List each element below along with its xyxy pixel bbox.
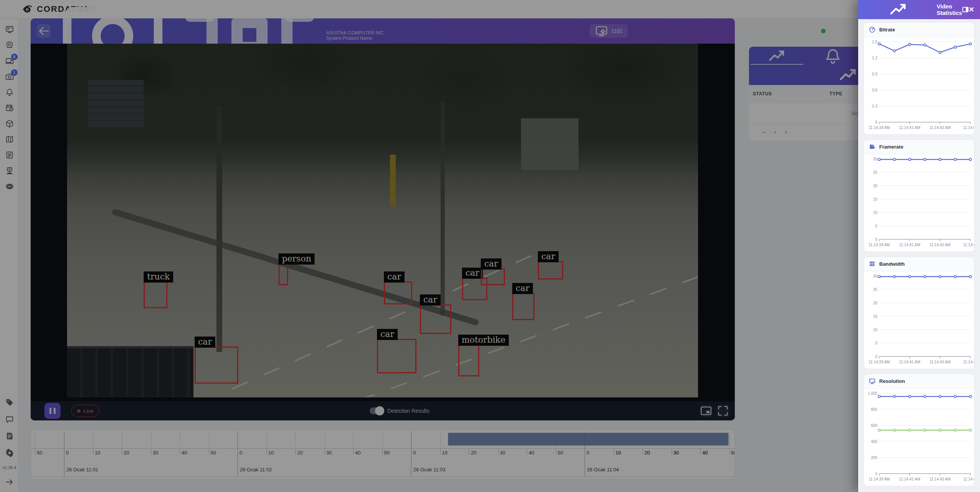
svg-text:10: 10 bbox=[873, 328, 878, 332]
svg-text:11:14:39 AM: 11:14:39 AM bbox=[869, 360, 890, 364]
svg-text:0: 0 bbox=[875, 120, 877, 124]
chart-card-header: Bandwidth bbox=[864, 257, 974, 271]
svg-text:600: 600 bbox=[871, 423, 877, 428]
server-icon bbox=[869, 260, 876, 268]
svg-text:5: 5 bbox=[875, 224, 877, 228]
svg-text:11:14:41 AM: 11:14:41 AM bbox=[899, 126, 920, 130]
trend-icon bbox=[864, 0, 933, 19]
svg-text:11:14:43 AM: 11:14:43 AM bbox=[929, 360, 951, 364]
svg-text:30: 30 bbox=[873, 274, 878, 278]
svg-text:11:14:41 AM: 11:14:41 AM bbox=[899, 360, 920, 364]
chart-plot-resolution: 1,000800600400200011:14:39 AM11:14:41 AM… bbox=[864, 389, 974, 486]
svg-text:11:14:43 AM: 11:14:43 AM bbox=[929, 126, 951, 130]
video-statistics-drawer: Video Statistics ✕ Bitrate1.51.20.90.60.… bbox=[858, 0, 980, 492]
svg-text:400: 400 bbox=[871, 440, 877, 444]
close-drawer-button[interactable]: ✕ bbox=[969, 5, 975, 15]
chart-title: Resolution bbox=[879, 378, 905, 384]
svg-text:15: 15 bbox=[873, 197, 878, 201]
collapse-panel-button[interactable] bbox=[962, 5, 968, 15]
svg-text:11:14:39 AM: 11:14:39 AM bbox=[869, 126, 890, 130]
svg-text:0.6: 0.6 bbox=[872, 88, 877, 92]
chart-title: Bandwidth bbox=[879, 261, 905, 267]
svg-text:25: 25 bbox=[873, 170, 878, 175]
panel-icon bbox=[962, 7, 969, 12]
svg-text:0: 0 bbox=[875, 355, 877, 359]
svg-text:11:14:45: 11:14:45 bbox=[963, 243, 974, 247]
close-icon: ✕ bbox=[969, 6, 974, 13]
chart-card-bandwidth: Bandwidth30252015105011:14:39 AM11:14:41… bbox=[864, 257, 975, 369]
chart-title: Framerate bbox=[879, 144, 903, 150]
chart-card-framerate: Framerate30252015105011:14:39 AM11:14:41… bbox=[864, 139, 975, 252]
drawer-body: Bitrate1.51.20.90.60.3011:14:39 AM11:14:… bbox=[858, 19, 980, 492]
svg-text:800: 800 bbox=[871, 407, 877, 412]
svg-text:11:14:43 AM: 11:14:43 AM bbox=[929, 477, 951, 481]
svg-text:30: 30 bbox=[873, 157, 878, 161]
gauge-icon bbox=[869, 26, 876, 33]
svg-text:1.5: 1.5 bbox=[872, 40, 877, 44]
svg-text:11:14:45: 11:14:45 bbox=[963, 360, 974, 364]
chart-plot-bandwidth: 30252015105011:14:39 AM11:14:41 AM11:14:… bbox=[864, 272, 974, 369]
svg-text:11:14:45: 11:14:45 bbox=[963, 126, 974, 130]
video-camera-icon bbox=[869, 143, 876, 150]
svg-text:15: 15 bbox=[873, 314, 878, 319]
svg-text:11:14:39 AM: 11:14:39 AM bbox=[869, 477, 890, 481]
svg-text:200: 200 bbox=[871, 456, 877, 460]
svg-text:11:14:41 AM: 11:14:41 AM bbox=[899, 243, 920, 247]
svg-text:0.3: 0.3 bbox=[872, 104, 877, 108]
svg-text:11:14:45: 11:14:45 bbox=[963, 477, 974, 481]
chart-plot-bitrate: 1.51.20.90.60.3011:14:39 AM11:14:41 AM11… bbox=[864, 38, 974, 134]
svg-text:25: 25 bbox=[873, 288, 878, 292]
chart-card-header: Resolution bbox=[864, 374, 974, 389]
drawer-header: Video Statistics ✕ bbox=[858, 0, 980, 19]
svg-text:11:14:43 AM: 11:14:43 AM bbox=[929, 243, 951, 247]
svg-text:20: 20 bbox=[873, 184, 878, 188]
svg-text:5: 5 bbox=[875, 341, 877, 345]
chart-title: Bitrate bbox=[879, 27, 895, 33]
svg-text:0: 0 bbox=[875, 237, 877, 242]
chart-card-resolution: Resolution1,000800600400200011:14:39 AM1… bbox=[864, 374, 975, 486]
svg-text:0.9: 0.9 bbox=[872, 72, 877, 76]
svg-text:0: 0 bbox=[875, 472, 877, 476]
svg-text:11:14:41 AM: 11:14:41 AM bbox=[899, 477, 920, 481]
svg-text:1,000: 1,000 bbox=[868, 391, 877, 396]
monitor-icon bbox=[869, 378, 876, 385]
svg-text:10: 10 bbox=[873, 211, 878, 215]
svg-text:11:14:39 AM: 11:14:39 AM bbox=[869, 243, 890, 247]
chart-plot-framerate: 30252015105011:14:39 AM11:14:41 AM11:14:… bbox=[864, 155, 974, 252]
chart-card-header: Framerate bbox=[864, 140, 974, 154]
svg-text:1.2: 1.2 bbox=[872, 56, 877, 60]
chart-card-header: Bitrate bbox=[864, 23, 974, 37]
chart-card-bitrate: Bitrate1.51.20.90.60.3011:14:39 AM11:14:… bbox=[864, 22, 975, 135]
modal-dim-overlay[interactable] bbox=[0, 0, 980, 492]
svg-text:20: 20 bbox=[873, 301, 878, 305]
drawer-title: Video Statistics bbox=[937, 3, 962, 16]
